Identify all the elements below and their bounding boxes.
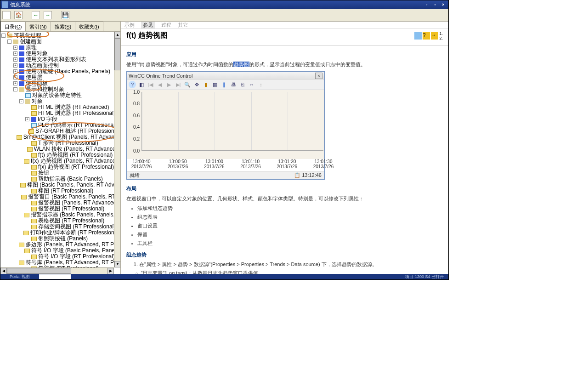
trend-btn-prev[interactable]: ◀ xyxy=(156,81,164,88)
subnav-item[interactable]: 其它 xyxy=(178,22,188,28)
trend-btn-help[interactable]: ? xyxy=(129,81,136,88)
expand-icon[interactable]: - xyxy=(7,40,11,44)
home-button[interactable]: 🏠 xyxy=(14,11,23,19)
expand-icon[interactable]: + xyxy=(13,63,17,68)
status-footer: Portal 视图 项目 1200 S4 已打开 xyxy=(0,274,448,279)
tree-item[interactable]: f(x) 趋势视图 (RT Professional) xyxy=(1,164,120,170)
trend-btn-stretch[interactable]: ↔ xyxy=(248,81,255,88)
trend-plot-area: 0.00.20.40.60.81.0 xyxy=(127,90,324,159)
trend-btn-ruler[interactable]: ▮ xyxy=(202,81,209,88)
close-button[interactable]: × xyxy=(440,1,447,8)
expand-icon[interactable]: + xyxy=(13,45,17,50)
book-icon xyxy=(19,69,24,74)
y-tick-label: 0.6 xyxy=(133,113,140,118)
tree-hscroll[interactable]: ◀ ▶ xyxy=(0,267,114,274)
tree-item[interactable]: -可视化过程 xyxy=(1,33,120,39)
expand-icon[interactable]: + xyxy=(13,75,17,79)
page-icon xyxy=(19,261,24,265)
subnav-item[interactable]: 示例 xyxy=(124,22,135,28)
trend-status-icon: 📋 xyxy=(294,172,300,178)
page-icon xyxy=(31,201,37,205)
x-tick-label: 13:01:002013/7/26 xyxy=(204,159,225,169)
x-tick-label: 13:01:302013/7/26 xyxy=(313,159,334,169)
book-icon xyxy=(7,34,12,38)
page-icon xyxy=(20,183,26,187)
page-icon xyxy=(27,147,33,152)
tree-item[interactable]: +使用文本列表和图形列表 xyxy=(1,57,120,62)
footer-right: 项目 1200 S4 已打开 xyxy=(405,274,444,280)
save-button[interactable]: 💾 xyxy=(61,11,69,19)
forward-button[interactable]: → xyxy=(44,11,52,19)
expand-icon[interactable]: + xyxy=(13,81,17,85)
topic-tree[interactable]: -可视化过程-创建画面+原理+使用对象+使用文本列表和图形列表+动态画面控制+使… xyxy=(0,32,120,274)
trend-btn-next[interactable]: ▶ xyxy=(165,81,173,88)
subnav-item[interactable]: 过程 xyxy=(161,22,171,28)
expand-icon[interactable]: - xyxy=(1,34,6,38)
tab-search[interactable]: 搜索(S) xyxy=(51,22,76,31)
x-tick-label: 13:01:202013/7/26 xyxy=(277,159,298,169)
page-icon xyxy=(31,177,37,182)
page-icon xyxy=(31,225,37,229)
expand-icon[interactable]: + xyxy=(13,69,17,74)
data-source-options: "日志变量"(Log tags)：从数据日志为趋势窗口提供值。"用户定义"(Us… xyxy=(136,270,443,274)
content[interactable]: 应用 使用"f(t) 趋势视图"对象，可通过作为时间函数的趋势图的形式，显示当前… xyxy=(121,45,448,274)
tree-vscroll[interactable]: ▲ ▼ xyxy=(114,32,120,267)
toolbar: 🏠 ← → 💾 xyxy=(0,9,448,22)
trend-btn-x[interactable]: ↕ xyxy=(257,81,265,88)
book-icon xyxy=(19,63,24,68)
trend-btn-zoom[interactable]: 🔍 xyxy=(184,81,191,88)
expand-icon[interactable]: + xyxy=(25,117,29,121)
tab-contents[interactable]: 目录(C) xyxy=(0,22,26,31)
page-icon xyxy=(31,237,37,241)
trend-btn-config[interactable]: ◧ xyxy=(138,81,145,88)
tab-fav[interactable]: 收藏夹(I) xyxy=(75,22,103,31)
y-tick-label: 0.2 xyxy=(133,136,140,141)
tree-item[interactable]: HTML 浏览器 (RT Professional) xyxy=(1,110,120,116)
app-icon xyxy=(2,1,8,8)
back-button[interactable]: ← xyxy=(32,11,40,19)
expand-icon[interactable]: - xyxy=(13,87,17,91)
footer-dropdown[interactable] xyxy=(39,274,71,279)
trend-btn-print[interactable]: 🖶 xyxy=(230,81,237,88)
bullet-item: 保留 xyxy=(137,231,443,238)
footer-left: Portal 视图 xyxy=(10,274,30,280)
restore-button[interactable]: ▫ xyxy=(431,1,439,8)
expand-icon[interactable]: + xyxy=(13,57,17,62)
bullet-item: 组态图表 xyxy=(137,214,443,221)
tree-item[interactable]: +原理 xyxy=(1,45,120,51)
book-icon xyxy=(19,45,24,50)
trend-btn-export[interactable]: ⎘ xyxy=(239,81,246,88)
y-tick-label: 1.0 xyxy=(133,89,140,94)
page-icon xyxy=(24,249,30,253)
bullet-item: 工具栏 xyxy=(137,240,443,247)
page-icon xyxy=(31,111,37,116)
page-icon xyxy=(23,231,29,235)
trend-btn-pause[interactable]: ∥ xyxy=(220,81,228,88)
trend-control: WinCC Online Trend Control × ? ◧ |◀ ◀ ▶ … xyxy=(126,71,325,180)
header-icon-2[interactable]: ? xyxy=(423,32,430,40)
expand-icon[interactable]: - xyxy=(19,99,23,103)
trend-btn-grid[interactable]: ▦ xyxy=(211,81,219,88)
trend-btn-first[interactable]: |◀ xyxy=(147,81,154,88)
y-tick-label: 0.4 xyxy=(133,125,140,130)
tree-item[interactable]: -创建画面 xyxy=(1,39,120,45)
header-icon-3[interactable]: → xyxy=(431,32,438,40)
sub-option: "日志变量"(Log tags)：从数据日志为趋势窗口提供值。 xyxy=(136,270,443,274)
gridline xyxy=(251,92,252,150)
toolbar-btn-1[interactable] xyxy=(2,11,11,19)
subnav-item-active[interactable]: 参见 xyxy=(141,22,155,28)
expand-icon[interactable]: + xyxy=(13,51,17,56)
trend-titlebar: WinCC Online Trend Control × xyxy=(127,72,324,80)
config-step-1: 在"属性 > 属性 > 趋势 > 数据源"(Properties > Prope… xyxy=(139,261,443,268)
tree-item[interactable]: 对象的设备特定特性 xyxy=(1,92,120,98)
header-icon-1[interactable] xyxy=(414,32,422,40)
minimize-button[interactable]: - xyxy=(423,1,430,8)
trend-status-time: 13:12:46 xyxy=(302,172,322,178)
tree-item[interactable]: +使用层 xyxy=(1,74,120,80)
trend-btn-last[interactable]: ▶| xyxy=(175,81,182,88)
trend-close-icon[interactable]: × xyxy=(315,73,322,79)
page-header: f(t) 趋势视图 ? → 1.2. xyxy=(121,29,448,45)
trend-btn-move[interactable]: ✥ xyxy=(193,81,200,88)
tree-item[interactable]: +使用功能键 (Basic Panels, Panels) xyxy=(1,68,120,74)
tab-index[interactable]: 索引(N) xyxy=(25,22,51,31)
